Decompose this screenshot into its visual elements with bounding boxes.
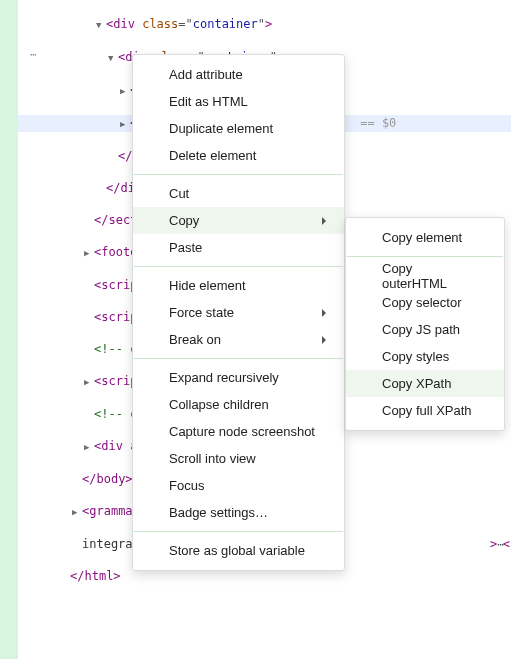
menu-scroll-into-view[interactable]: Scroll into view: [133, 445, 344, 472]
menu-separator: [134, 266, 343, 267]
menu-focus[interactable]: Focus: [133, 472, 344, 499]
submenu-copy-selector[interactable]: Copy selector: [346, 289, 504, 316]
menu-capture-node-screenshot[interactable]: Capture node screenshot: [133, 418, 344, 445]
menu-paste[interactable]: Paste: [133, 234, 344, 261]
context-menu: Add attribute Edit as HTML Duplicate ele…: [132, 54, 345, 571]
menu-delete-element[interactable]: Delete element: [133, 142, 344, 169]
submenu-copy-xpath[interactable]: Copy XPath: [346, 370, 504, 397]
menu-separator: [134, 531, 343, 532]
submenu-copy-element[interactable]: Copy element: [346, 224, 504, 251]
menu-add-attribute[interactable]: Add attribute: [133, 61, 344, 88]
menu-store-as-global[interactable]: Store as global variable: [133, 537, 344, 564]
menu-copy[interactable]: Copy: [133, 207, 344, 234]
menu-badge-settings[interactable]: Badge settings…: [133, 499, 344, 526]
menu-break-on[interactable]: Break on: [133, 326, 344, 353]
menu-expand-recursively[interactable]: Expand recursively: [133, 364, 344, 391]
menu-separator: [347, 256, 503, 257]
submenu-copy-outerhtml[interactable]: Copy outerHTML: [346, 262, 504, 289]
menu-hide-element[interactable]: Hide element: [133, 272, 344, 299]
diff-gutter: [0, 0, 18, 659]
menu-force-state[interactable]: Force state: [133, 299, 344, 326]
menu-separator: [134, 358, 343, 359]
submenu-copy-full-xpath[interactable]: Copy full XPath: [346, 397, 504, 424]
menu-separator: [134, 174, 343, 175]
ellipsis-icon[interactable]: ⋯: [497, 537, 503, 553]
dom-node[interactable]: <div class="container">: [18, 16, 511, 33]
copy-submenu: Copy element Copy outerHTML Copy selecto…: [345, 217, 505, 431]
menu-cut[interactable]: Cut: [133, 180, 344, 207]
menu-edit-as-html[interactable]: Edit as HTML: [133, 88, 344, 115]
submenu-copy-js-path[interactable]: Copy JS path: [346, 316, 504, 343]
menu-duplicate-element[interactable]: Duplicate element: [133, 115, 344, 142]
menu-collapse-children[interactable]: Collapse children: [133, 391, 344, 418]
submenu-copy-styles[interactable]: Copy styles: [346, 343, 504, 370]
